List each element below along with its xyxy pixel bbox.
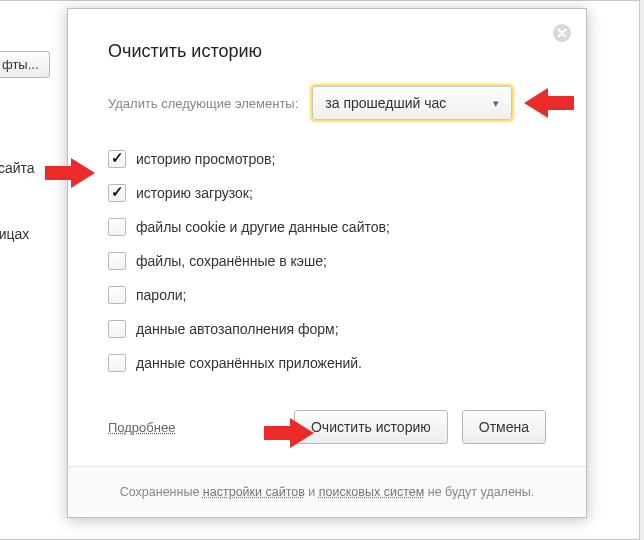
time-range-row: Удалить следующие элементы: за прошедший… xyxy=(108,86,546,120)
checkbox-label[interactable]: данные автозаполнения форм; xyxy=(136,321,339,337)
checkbox[interactable] xyxy=(108,320,126,338)
checkbox-label[interactable]: пароли; xyxy=(136,287,187,303)
clear-history-dialog: Очистить историю Удалить следующие элеме… xyxy=(67,8,587,518)
footer-link-site-settings[interactable]: настройки сайтов xyxy=(203,485,305,499)
bg-button-fragment[interactable]: фты... xyxy=(0,51,50,78)
time-range-value: за прошедший час xyxy=(325,95,446,111)
checkbox[interactable] xyxy=(108,218,126,236)
time-range-label: Удалить следующие элементы: xyxy=(108,96,298,111)
chevron-down-icon: ▾ xyxy=(493,97,499,110)
footer-link-search-engines[interactable]: поисковых систем xyxy=(319,485,424,499)
footer-text: и xyxy=(305,485,319,499)
details-link[interactable]: Подробнее xyxy=(108,420,175,435)
checkbox-label[interactable]: файлы, сохранённые в кэше; xyxy=(136,253,327,269)
check-row: историю просмотров; xyxy=(108,150,546,168)
dialog-footer: Сохраненные настройки сайтов и поисковых… xyxy=(68,466,586,517)
check-row: данные сохранённых приложений. xyxy=(108,354,546,372)
clear-history-button[interactable]: Очистить историю xyxy=(294,410,448,444)
checkbox[interactable] xyxy=(108,354,126,372)
checkbox-label[interactable]: данные сохранённых приложений. xyxy=(136,355,362,371)
footer-text: Сохраненные xyxy=(120,485,203,499)
checkbox[interactable] xyxy=(108,150,126,168)
checkbox-label[interactable]: историю загрузок; xyxy=(136,185,253,201)
annotation-arrow-clear-button xyxy=(264,418,314,448)
dialog-title: Очистить историю xyxy=(108,41,546,62)
dialog-actions: Подробнее Очистить историю Отмена xyxy=(108,410,546,444)
checkbox[interactable] xyxy=(108,184,126,202)
check-row: данные автозаполнения форм; xyxy=(108,320,546,338)
check-row: файлы cookie и другие данные сайтов; xyxy=(108,218,546,236)
check-row: историю загрузок; xyxy=(108,184,546,202)
close-icon[interactable] xyxy=(552,23,572,43)
annotation-arrow-checkboxes xyxy=(45,158,95,188)
checkbox[interactable] xyxy=(108,252,126,270)
check-row: пароли; xyxy=(108,286,546,304)
footer-text: не будут удалены. xyxy=(424,485,534,499)
cancel-button[interactable]: Отмена xyxy=(462,410,546,444)
checkbox-label[interactable]: историю просмотров; xyxy=(136,151,275,167)
annotation-arrow-select xyxy=(524,88,574,118)
check-row: файлы, сохранённые в кэше; xyxy=(108,252,546,270)
checkbox-label[interactable]: файлы cookie и другие данные сайтов; xyxy=(136,219,390,235)
time-range-select[interactable]: за прошедший час ▾ xyxy=(312,86,512,120)
checkbox[interactable] xyxy=(108,286,126,304)
